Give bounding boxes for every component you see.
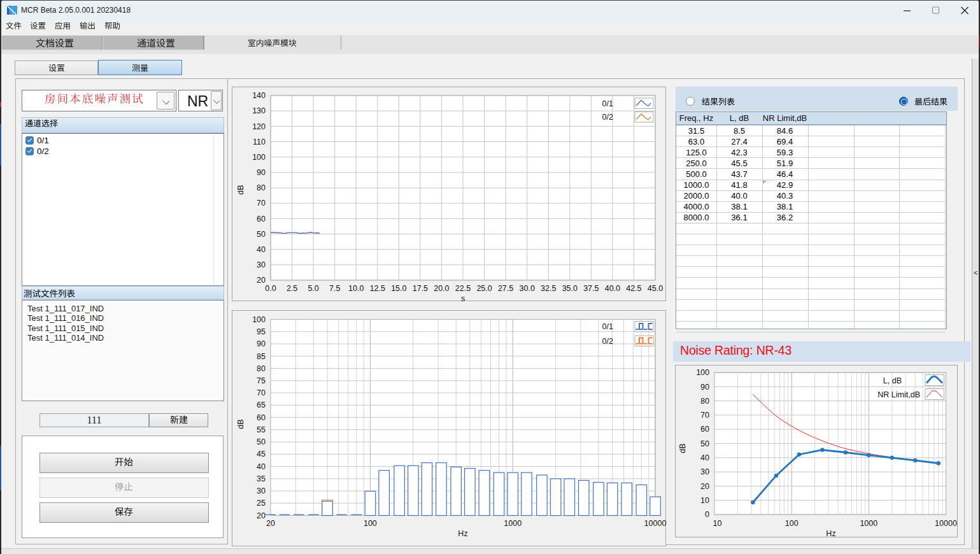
svg-text:0.0: 0.0 [265, 284, 276, 293]
svg-text:110: 110 [253, 138, 266, 146]
svg-text:130: 130 [252, 106, 266, 115]
svg-text:20: 20 [257, 276, 266, 285]
svg-text:0/1: 0/1 [602, 322, 613, 331]
svg-text:L, dB: L, dB [883, 376, 902, 385]
svg-text:80: 80 [700, 397, 709, 406]
svg-text:10.0: 10.0 [348, 284, 364, 293]
svg-text:5.0: 5.0 [308, 284, 318, 293]
svg-text:40.0: 40.0 [605, 284, 620, 293]
svg-text:20: 20 [266, 519, 275, 528]
svg-text:0/2: 0/2 [602, 113, 613, 122]
svg-text:75: 75 [257, 376, 266, 385]
svg-text:1000: 1000 [504, 519, 522, 528]
svg-text:50: 50 [700, 439, 709, 448]
svg-text:90: 90 [257, 339, 266, 348]
svg-text:s: s [461, 294, 465, 302]
svg-text:10000: 10000 [935, 519, 957, 528]
svg-text:85: 85 [257, 352, 266, 361]
svg-text:0/2: 0/2 [602, 337, 613, 346]
svg-text:1000: 1000 [860, 519, 877, 528]
svg-text:25.0: 25.0 [476, 284, 492, 293]
svg-text:90: 90 [700, 383, 709, 392]
svg-text:50: 50 [257, 230, 266, 239]
svg-text:dB: dB [236, 419, 245, 429]
svg-text:40: 40 [257, 462, 266, 471]
svg-text:Hz: Hz [826, 529, 835, 538]
svg-text:100: 100 [252, 153, 266, 162]
svg-text:10: 10 [713, 519, 722, 528]
svg-text:90: 90 [257, 168, 266, 177]
svg-text:27.5: 27.5 [498, 284, 513, 293]
svg-text:20.0: 20.0 [434, 284, 449, 293]
svg-text:100: 100 [696, 368, 709, 377]
svg-text:140: 140 [252, 91, 266, 100]
svg-text:0/1: 0/1 [602, 99, 613, 108]
svg-text:60: 60 [700, 425, 709, 434]
svg-text:42.5: 42.5 [626, 284, 641, 293]
svg-text:80: 80 [257, 183, 266, 192]
svg-text:50: 50 [257, 437, 266, 446]
svg-text:45: 45 [257, 450, 266, 458]
svg-text:70: 70 [700, 411, 709, 420]
svg-text:95: 95 [257, 327, 266, 336]
svg-text:0: 0 [705, 510, 709, 519]
svg-text:70: 70 [257, 199, 266, 208]
svg-text:55: 55 [257, 425, 266, 434]
svg-text:40: 40 [700, 453, 709, 462]
svg-text:12.5: 12.5 [370, 284, 385, 293]
svg-text:30.0: 30.0 [520, 284, 535, 293]
svg-text:100: 100 [785, 519, 799, 528]
svg-text:40: 40 [257, 245, 266, 254]
svg-text:35.0: 35.0 [562, 284, 578, 293]
svg-text:Hz: Hz [458, 529, 467, 538]
svg-text:45.0: 45.0 [648, 284, 663, 293]
svg-text:10000: 10000 [644, 519, 667, 528]
svg-text:35: 35 [257, 474, 266, 483]
svg-text:30: 30 [257, 260, 266, 269]
svg-text:25: 25 [257, 499, 266, 508]
svg-text:32.5: 32.5 [541, 284, 556, 293]
svg-text:60: 60 [257, 215, 266, 224]
svg-text:15.0: 15.0 [391, 284, 406, 293]
svg-text:10: 10 [700, 496, 709, 505]
svg-text:20: 20 [257, 511, 266, 520]
svg-text:70: 70 [257, 388, 266, 397]
svg-text:22.5: 22.5 [455, 284, 471, 293]
svg-text:60: 60 [257, 413, 266, 422]
svg-text:7.5: 7.5 [329, 284, 340, 293]
svg-text:dB: dB [236, 185, 245, 194]
svg-text:65: 65 [257, 401, 266, 409]
svg-text:NR Limit,dB: NR Limit,dB [877, 390, 920, 399]
svg-text:30: 30 [700, 467, 709, 476]
svg-text:30: 30 [257, 487, 266, 495]
svg-text:20: 20 [700, 482, 709, 491]
svg-text:100: 100 [252, 315, 266, 324]
svg-text:2.5: 2.5 [287, 284, 297, 293]
svg-text:17.5: 17.5 [413, 284, 428, 293]
svg-text:37.5: 37.5 [583, 284, 599, 293]
svg-text:dB: dB [678, 443, 687, 453]
svg-text:80: 80 [257, 364, 266, 373]
svg-text:120: 120 [252, 122, 266, 131]
svg-text:100: 100 [364, 519, 377, 528]
